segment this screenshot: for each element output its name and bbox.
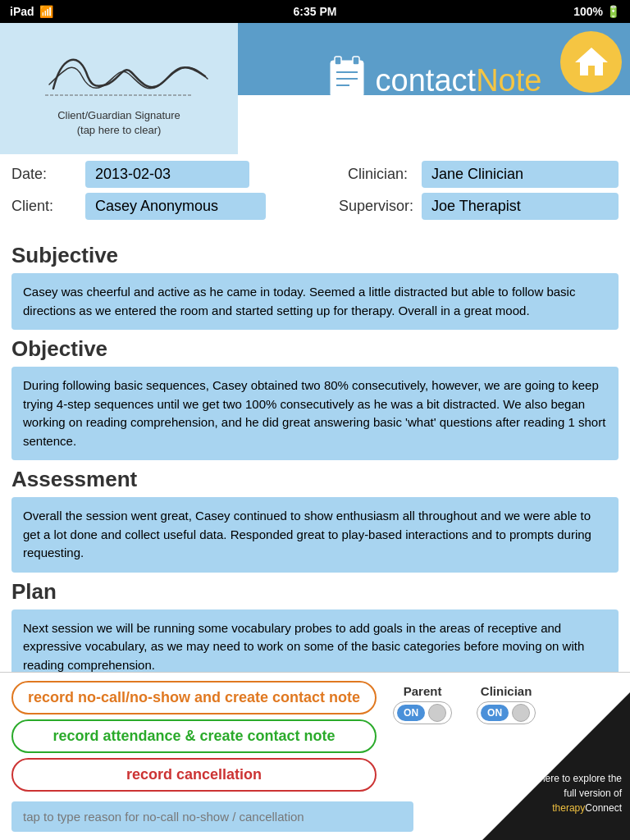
signature-hint: (tap here to clear) [57,123,180,138]
home-button[interactable] [560,31,622,93]
time-display: 6:35 PM [294,5,337,18]
form-row-clinician: Clinician: Jane Clinician [348,161,619,188]
clinician-toggle-label: Clinician [481,684,532,698]
signature-text: Client/Guardian Signature [57,108,180,123]
watermark-line3: therapyConnect [515,801,622,815]
signature-area[interactable]: Client/Guardian Signature (tap here to c… [0,23,238,154]
clinician-toggle-group: Clinician ON [477,684,536,724]
watermark-connect: Connect [585,802,622,814]
logo-text: contactNote [376,63,542,98]
status-bar: iPad 📶 6:35 PM 100% 🔋 [0,0,630,23]
no-call-button[interactable]: record no-call/no-show and create contac… [11,681,377,714]
date-label: Date: [11,166,77,183]
battery-icon: 🔋 [606,5,620,18]
status-right: 100% 🔋 [573,5,620,18]
parent-toggle-thumb [428,704,446,722]
watermark-therapy: therapy [552,802,585,814]
form-row-date: Date: 2013-02-03 Clinician: Jane Clinici… [11,161,619,188]
logo-contact: contact [376,63,477,98]
objective-content[interactable]: During following basic sequences, Casey … [11,367,619,460]
soap-section: Subjective Casey was cheerful and active… [0,231,630,694]
clinician-label: Clinician: [348,166,413,183]
clinician-toggle[interactable]: ON [477,701,536,724]
status-left: iPad 📶 [10,5,53,18]
subjective-header: Subjective [11,243,619,268]
supervisor-label: Supervisor: [339,198,413,215]
form-row-client: Client: Casey Anonymous Supervisor: Joe … [11,193,619,220]
plan-header: Plan [11,579,619,605]
main-content: Client/Guardian Signature (tap here to c… [0,23,630,696]
action-buttons: record no-call/no-show and create contac… [11,681,377,797]
clinician-field[interactable]: Jane Clinician [422,161,619,188]
date-field[interactable]: 2013-02-03 [85,161,249,188]
clinician-toggle-thumb [512,704,530,722]
ipad-label: iPad [10,5,34,18]
record-cancellation-button[interactable]: record cancellation [11,758,377,792]
cancellation-input[interactable]: tap to type reason for no-call no-show /… [11,801,413,832]
wifi-icon: 📶 [39,5,53,18]
battery-label: 100% [573,5,603,18]
parent-toggle-on[interactable]: ON [397,705,425,721]
bottom-row: record no-call/no-show and create contac… [11,681,619,797]
subjective-content[interactable]: Casey was cheerful and active as he came… [11,273,619,330]
form-section: Date: 2013-02-03 Clinician: Jane Clinici… [0,154,630,231]
supervisor-field[interactable]: Joe Therapist [422,193,619,220]
logo-area: contactNote [238,23,630,154]
logo-note: Note [476,63,541,98]
client-label: Client: [11,198,77,215]
assessment-header: Assessment [11,467,619,492]
parent-toggle-label: Parent [404,684,442,698]
logo-content: contactNote [326,54,542,107]
record-attendance-button[interactable]: record attendance & create contact note [11,719,377,753]
svg-rect-3 [353,57,359,65]
client-field[interactable]: Casey Anonymous [85,193,266,220]
form-row-supervisor: Supervisor: Joe Therapist [339,193,619,220]
signature-label: Client/Guardian Signature (tap here to c… [57,108,180,138]
parent-toggle[interactable]: ON [393,701,452,724]
objective-header: Objective [11,336,619,362]
assessment-content[interactable]: Overall the session went great, Casey co… [11,497,619,573]
toggle-section: Parent ON Clinician ON [393,681,536,724]
clinician-toggle-on[interactable]: ON [481,705,509,721]
header: Client/Guardian Signature (tap here to c… [0,23,630,154]
logo-icon [326,54,368,107]
signature-svg [29,39,209,105]
svg-rect-2 [335,57,341,65]
parent-toggle-group: Parent ON [393,684,452,724]
